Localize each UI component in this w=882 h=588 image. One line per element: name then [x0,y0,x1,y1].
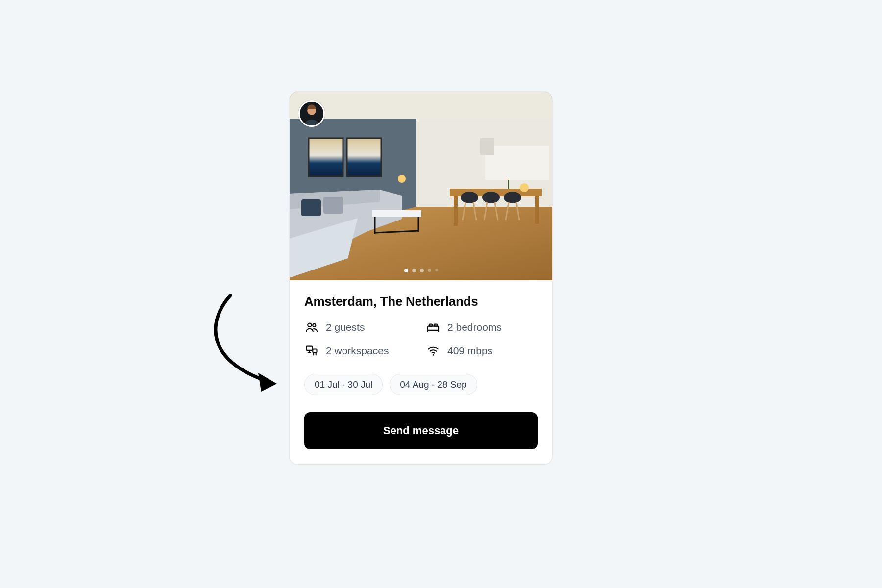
guests-icon [304,320,319,335]
feature-guests: 2 guests [304,320,416,335]
svg-rect-8 [323,197,343,214]
feature-label: 2 bedrooms [447,321,502,333]
svg-point-33 [308,323,311,327]
listing-photo[interactable] [290,92,552,280]
feature-label: 2 workspaces [326,345,389,357]
feature-internet: 409 mbps [426,343,538,358]
workspace-icon [304,343,319,358]
svg-point-25 [398,175,406,183]
svg-rect-7 [301,199,321,216]
svg-rect-15 [535,196,539,224]
svg-rect-38 [307,346,313,350]
feature-label: 2 guests [326,321,365,333]
svg-rect-30 [480,138,494,155]
svg-rect-6 [347,138,381,176]
carousel-dot[interactable] [420,269,424,272]
svg-rect-14 [454,196,458,226]
svg-rect-35 [428,326,439,330]
svg-rect-39 [313,349,317,353]
feature-label: 409 mbps [447,345,492,357]
feature-workspaces: 2 workspaces [304,343,416,358]
svg-point-40 [433,354,434,356]
carousel-dots[interactable] [290,269,552,272]
svg-rect-5 [309,138,343,176]
listing-card: Amsterdam, The Netherlands 2 guests 2 be… [289,91,553,465]
feature-bedrooms: 2 bedrooms [426,320,538,335]
annotation-arrow [203,292,292,394]
svg-rect-37 [434,324,437,326]
svg-point-16 [461,192,478,203]
availability-pills: 01 Jul - 30 Jul 04 Aug - 28 Sep [304,374,538,395]
svg-rect-29 [485,146,549,180]
availability-pill[interactable]: 04 Aug - 28 Sep [390,374,477,395]
feature-grid: 2 guests 2 bedrooms 2 workspaces [304,320,538,358]
carousel-dot[interactable] [428,269,431,272]
svg-point-26 [520,183,529,192]
photo-scene [290,92,552,280]
send-message-button[interactable]: Send message [304,412,538,449]
listing-title: Amsterdam, The Netherlands [304,294,538,309]
wifi-icon [426,343,441,358]
bed-icon [426,320,441,335]
availability-pill[interactable]: 01 Jul - 30 Jul [304,374,383,395]
svg-point-34 [313,324,316,327]
svg-point-17 [482,192,500,203]
host-avatar[interactable] [298,100,325,127]
svg-point-18 [504,192,521,203]
carousel-dot[interactable] [435,269,438,271]
svg-rect-9 [372,210,421,217]
carousel-dot[interactable] [412,269,416,272]
svg-rect-36 [429,324,432,326]
carousel-dot[interactable] [404,269,408,272]
